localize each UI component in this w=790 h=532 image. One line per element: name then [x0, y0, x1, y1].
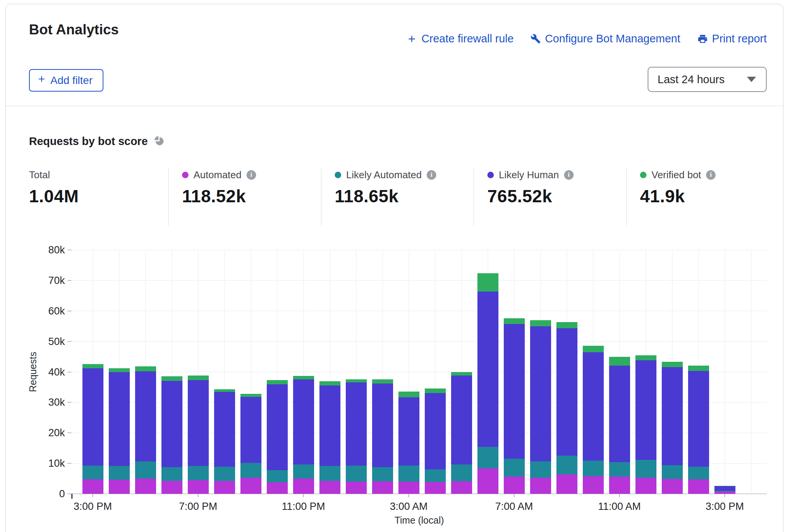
bar-segment[interactable]: [188, 376, 209, 380]
bar-segment[interactable]: [188, 480, 209, 494]
bar-segment[interactable]: [161, 376, 182, 381]
bar-segment[interactable]: [293, 479, 314, 494]
bar-segment[interactable]: [267, 384, 288, 470]
bar-segment[interactable]: [451, 481, 472, 494]
bar-segment[interactable]: [556, 456, 577, 474]
bar-segment[interactable]: [240, 478, 261, 494]
bar-segment[interactable]: [425, 482, 446, 494]
bar-segment[interactable]: [635, 355, 656, 360]
bar-segment[interactable]: [583, 352, 604, 461]
bar-segment[interactable]: [240, 397, 261, 463]
bar-segment[interactable]: [451, 464, 472, 482]
bar-segment[interactable]: [82, 466, 103, 479]
bar-segment[interactable]: [346, 379, 367, 383]
bar-segment[interactable]: [609, 477, 630, 494]
create-firewall-rule-link[interactable]: Create firewall rule: [406, 32, 514, 45]
bar-segment[interactable]: [556, 328, 577, 456]
bar-segment[interactable]: [372, 379, 393, 384]
bar-segment[interactable]: [214, 467, 235, 481]
bar-segment[interactable]: [714, 491, 735, 492]
bar-segment[interactable]: [662, 367, 683, 465]
bar-segment[interactable]: [214, 389, 235, 392]
print-report-link[interactable]: Print report: [697, 32, 767, 45]
bar-segment[interactable]: [240, 463, 261, 478]
bar-segment[interactable]: [240, 394, 261, 397]
bar-segment[interactable]: [188, 466, 209, 480]
bar-segment[interactable]: [609, 357, 630, 366]
info-icon[interactable]: [564, 170, 574, 180]
bar-segment[interactable]: [688, 371, 709, 467]
bar-segment[interactable]: [504, 324, 525, 459]
info-icon[interactable]: [427, 170, 436, 180]
bar-segment[interactable]: [714, 486, 735, 491]
bar-segment[interactable]: [82, 479, 103, 494]
bar-segment[interactable]: [714, 492, 735, 494]
bar-segment[interactable]: [109, 372, 130, 466]
bar-segment[interactable]: [477, 273, 498, 292]
bar-segment[interactable]: [188, 380, 209, 466]
bar-segment[interactable]: [556, 322, 577, 328]
bar-segment[interactable]: [346, 466, 367, 482]
bar-segment[interactable]: [267, 482, 288, 494]
bar-segment[interactable]: [372, 481, 393, 494]
bar-segment[interactable]: [662, 465, 683, 479]
bar-segment[interactable]: [372, 384, 393, 467]
bar-segment[interactable]: [109, 368, 130, 372]
bar-segment[interactable]: [688, 366, 709, 371]
bar-segment[interactable]: [161, 381, 182, 467]
bar-segment[interactable]: [504, 318, 525, 324]
bar-segment[interactable]: [135, 366, 156, 371]
bar-segment[interactable]: [530, 320, 551, 327]
bar-segment[interactable]: [82, 368, 103, 466]
bar-segment[interactable]: [346, 382, 367, 465]
bar-segment[interactable]: [530, 326, 551, 461]
bar-segment[interactable]: [635, 478, 656, 494]
bar-segment[interactable]: [477, 447, 498, 468]
bar-segment[interactable]: [319, 381, 340, 385]
bar-segment[interactable]: [214, 392, 235, 467]
bar-segment[interactable]: [161, 481, 182, 494]
bar-segment[interactable]: [504, 459, 525, 477]
add-filter-button[interactable]: Add filter: [29, 69, 103, 92]
bar-segment[interactable]: [688, 479, 709, 494]
bar-segment[interactable]: [109, 480, 130, 494]
bar-segment[interactable]: [662, 362, 683, 367]
bar-segment[interactable]: [398, 482, 419, 494]
bar-segment[interactable]: [398, 466, 419, 482]
bar-segment[interactable]: [425, 469, 446, 482]
bar-segment[interactable]: [583, 476, 604, 494]
bar-segment[interactable]: [267, 470, 288, 483]
bar-segment[interactable]: [583, 461, 604, 476]
bar-segment[interactable]: [530, 478, 551, 494]
bar-segment[interactable]: [609, 366, 630, 462]
bar-segment[interactable]: [635, 360, 656, 459]
bar-segment[interactable]: [583, 346, 604, 353]
time-range-select[interactable]: Last 24 hours: [648, 67, 767, 92]
bar-segment[interactable]: [293, 464, 314, 479]
bar-segment[interactable]: [135, 479, 156, 494]
bar-segment[interactable]: [161, 467, 182, 481]
bar-segment[interactable]: [451, 376, 472, 464]
bar-segment[interactable]: [267, 380, 288, 384]
bar-segment[interactable]: [504, 477, 525, 494]
configure-bot-management-link[interactable]: Configure Bot Management: [530, 32, 680, 45]
bar-segment[interactable]: [609, 462, 630, 477]
bar-segment[interactable]: [477, 292, 498, 447]
bar-segment[interactable]: [425, 393, 446, 469]
bar-segment[interactable]: [293, 379, 314, 464]
bar-segment[interactable]: [662, 479, 683, 494]
bar-segment[interactable]: [714, 486, 735, 486]
bar-segment[interactable]: [477, 468, 498, 494]
bar-segment[interactable]: [556, 474, 577, 494]
bar-segment[interactable]: [319, 385, 340, 466]
bar-segment[interactable]: [451, 372, 472, 376]
bar-segment[interactable]: [398, 392, 419, 397]
bar-segment[interactable]: [319, 466, 340, 480]
bar-segment[interactable]: [372, 467, 393, 482]
bar-segment[interactable]: [398, 397, 419, 466]
bar-segment[interactable]: [346, 482, 367, 494]
bar-segment[interactable]: [135, 371, 156, 461]
bar-segment[interactable]: [635, 460, 656, 478]
bar-segment[interactable]: [425, 389, 446, 393]
bar-segment[interactable]: [688, 467, 709, 480]
